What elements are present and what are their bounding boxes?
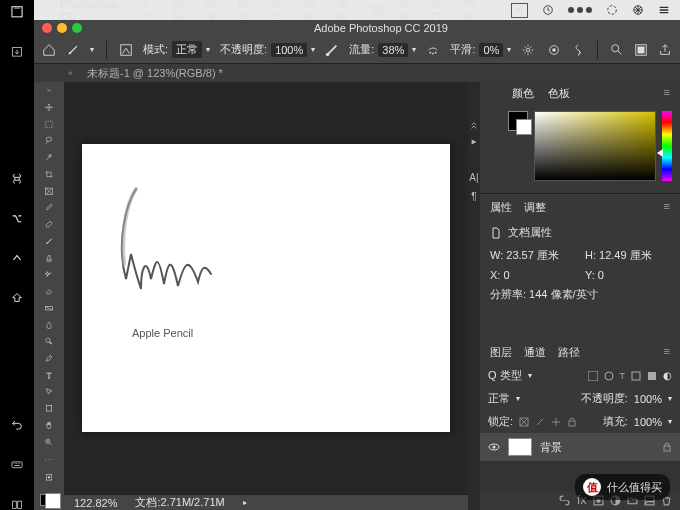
tab-color[interactable]: 颜色 xyxy=(512,86,534,101)
menu-3d[interactable]: 3D xyxy=(370,4,384,16)
hand-tool-icon[interactable] xyxy=(42,421,56,430)
filter-shape-icon[interactable] xyxy=(631,371,641,381)
zoom-tool-icon[interactable] xyxy=(42,438,56,447)
share-icon[interactable] xyxy=(658,43,672,57)
history-brush-tool-icon[interactable] xyxy=(42,270,56,279)
picker-cursor[interactable] xyxy=(657,149,663,157)
tab-layers[interactable]: 图层 xyxy=(490,345,512,360)
undo-icon[interactable] xyxy=(9,419,25,431)
move-tool-icon[interactable] xyxy=(42,103,56,112)
filter-toggle[interactable]: ◐ xyxy=(663,370,672,381)
shift-icon[interactable] xyxy=(9,292,25,304)
view-mode-icon[interactable] xyxy=(634,43,648,57)
document-tab[interactable]: 未标题-1 @ 123%(RGB/8) * xyxy=(79,64,231,83)
wheel-icon[interactable] xyxy=(632,4,644,16)
canvas-area[interactable]: Apple Pencil xyxy=(64,82,468,494)
blend-mode-select[interactable]: 正常 xyxy=(488,391,510,406)
layer-fill[interactable]: 100% xyxy=(634,416,662,428)
opacity-input[interactable]: 100% xyxy=(271,43,307,57)
search-icon[interactable] xyxy=(610,43,624,57)
brush-preset-icon[interactable] xyxy=(119,43,133,57)
link-layers-icon[interactable] xyxy=(559,495,570,506)
tab-paths[interactable]: 路径 xyxy=(558,345,580,360)
color-picker[interactable] xyxy=(534,111,656,181)
tab-properties[interactable]: 属性 xyxy=(490,200,512,215)
smooth-input[interactable]: 0% xyxy=(479,43,503,57)
mode-select[interactable]: 正常 xyxy=(172,41,202,58)
paragraph-panel-icon[interactable]: ¶ xyxy=(471,191,476,202)
brush-icon[interactable] xyxy=(66,43,80,57)
svg-point-24 xyxy=(46,338,50,342)
dodge-tool-icon[interactable] xyxy=(42,337,56,346)
fg-bg-swatch[interactable] xyxy=(508,111,528,131)
lock-move-icon[interactable] xyxy=(551,417,561,427)
app-name[interactable]: Photoshop CC xyxy=(60,0,126,22)
panel-menu-icon[interactable]: ≡ xyxy=(664,200,670,215)
path-tool-icon[interactable] xyxy=(42,387,56,396)
import-icon[interactable] xyxy=(9,46,25,58)
option-icon[interactable] xyxy=(9,213,25,225)
blur-tool-icon[interactable] xyxy=(42,321,56,330)
clock-icon[interactable] xyxy=(542,4,554,16)
marquee-tool-icon[interactable] xyxy=(42,120,56,129)
zoom-level[interactable]: 122.82% xyxy=(74,497,117,509)
tab-swatches[interactable]: 色板 xyxy=(548,86,570,101)
canvas[interactable]: Apple Pencil xyxy=(82,144,450,432)
shape-tool-icon[interactable] xyxy=(42,404,56,413)
lock-all-icon[interactable] xyxy=(567,417,577,427)
tab-adjustments[interactable]: 调整 xyxy=(524,200,546,215)
eyedropper-tool-icon[interactable] xyxy=(42,203,56,212)
keyboard-icon[interactable] xyxy=(9,459,25,471)
filter-image-icon[interactable] xyxy=(588,371,598,381)
home-icon[interactable] xyxy=(42,43,56,57)
play-icon[interactable] xyxy=(470,138,478,146)
healing-tool-icon[interactable] xyxy=(42,220,56,229)
panels-icon[interactable] xyxy=(9,499,25,511)
svg-rect-37 xyxy=(664,446,670,451)
lock-position-icon[interactable] xyxy=(535,417,545,427)
stamp-tool-icon[interactable] xyxy=(42,254,56,263)
flow-input[interactable]: 38% xyxy=(378,43,408,57)
command-icon[interactable] xyxy=(9,173,25,185)
chevron-up-icon[interactable] xyxy=(9,252,25,264)
crop-tool-icon[interactable] xyxy=(42,170,56,179)
layer-filter[interactable]: Q 类型 xyxy=(488,368,522,383)
hue-slider[interactable] xyxy=(662,111,672,181)
tab-channels[interactable]: 通道 xyxy=(524,345,546,360)
layer-thumbnail[interactable] xyxy=(508,438,532,456)
filter-smart-icon[interactable] xyxy=(647,371,657,381)
traffic-lights[interactable] xyxy=(42,23,82,33)
gear-icon[interactable] xyxy=(521,43,535,57)
layer-opacity[interactable]: 100% xyxy=(634,393,662,405)
type-tool-icon[interactable] xyxy=(42,371,56,380)
input-language[interactable]: 美 xyxy=(511,3,528,18)
remote-sidebar xyxy=(0,0,34,510)
edit-toolbar-icon[interactable] xyxy=(42,473,56,482)
menu-icon[interactable] xyxy=(658,4,670,16)
pressure-opacity-icon[interactable] xyxy=(325,43,339,57)
brush-tool-icon[interactable] xyxy=(42,237,56,246)
frame-tool-icon[interactable] xyxy=(42,187,56,196)
panel-menu-icon[interactable]: ≡ xyxy=(664,86,670,101)
filter-adjust-icon[interactable] xyxy=(604,371,614,381)
box-icon[interactable] xyxy=(9,6,25,18)
gradient-tool-icon[interactable] xyxy=(42,304,56,313)
character-panel-icon[interactable]: A| xyxy=(469,172,478,183)
lasso-tool-icon[interactable] xyxy=(42,136,56,145)
filter-type-icon[interactable]: T xyxy=(620,371,626,381)
svg-rect-8 xyxy=(121,44,132,55)
color-swatches[interactable] xyxy=(40,494,58,506)
layer-row[interactable]: 背景 xyxy=(480,433,680,461)
panel-menu-icon[interactable]: ≡ xyxy=(664,345,670,360)
wand-tool-icon[interactable] xyxy=(42,153,56,162)
collapse-icon[interactable] xyxy=(470,122,478,130)
airbrush-icon[interactable] xyxy=(426,43,440,57)
pressure-size-icon[interactable] xyxy=(547,43,561,57)
symmetry-icon[interactable] xyxy=(571,43,585,57)
pen-tool-icon[interactable] xyxy=(42,354,56,363)
visibility-icon[interactable] xyxy=(488,441,500,453)
layer-name[interactable]: 背景 xyxy=(540,440,562,455)
brush-size-chevron[interactable]: ▾ xyxy=(90,45,94,54)
eraser-tool-icon[interactable] xyxy=(42,287,56,296)
lock-pixels-icon[interactable] xyxy=(519,417,529,427)
